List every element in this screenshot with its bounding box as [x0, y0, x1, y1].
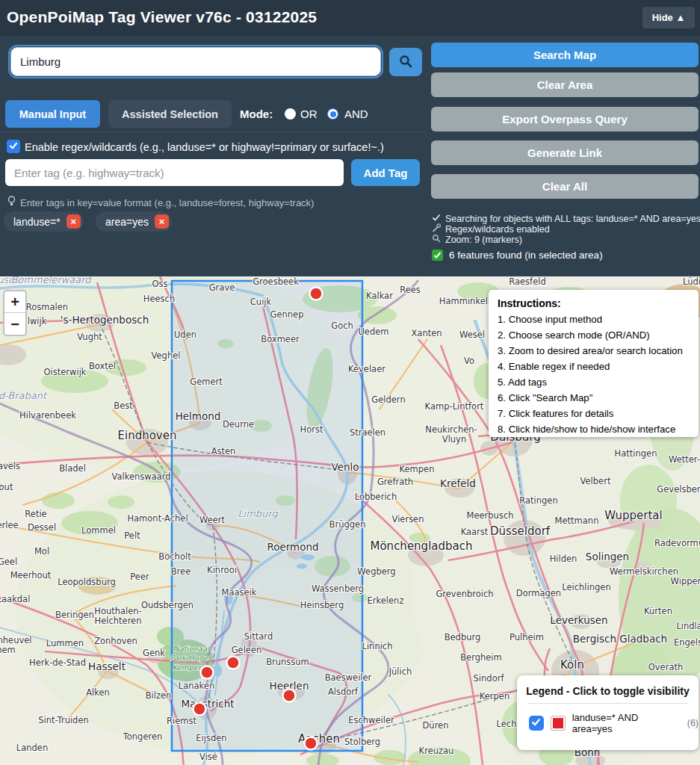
map-label: Leverkusen — [550, 614, 607, 626]
map-label: Horst — [300, 424, 323, 435]
map-label: Gemert — [190, 377, 223, 387]
map-label: Oisterwijk — [43, 367, 86, 377]
app-title: OpenPoiMap Tag Viewer v76c - 03122025 — [7, 8, 317, 26]
check-icon — [432, 213, 441, 224]
status-regex-text: Regex/wildcards enabled — [445, 224, 550, 235]
lightbulb-icon — [7, 196, 16, 209]
tag-chip-label: landuse=* — [13, 216, 61, 228]
map-label: Goch — [331, 320, 353, 331]
poi-marker[interactable] — [201, 666, 214, 679]
radio-or[interactable] — [285, 108, 296, 120]
map-label: Mol — [34, 546, 49, 557]
poi-marker[interactable] — [227, 657, 240, 669]
map-label: Vo — [464, 356, 474, 366]
map-label: Bergisch Gladbach — [573, 633, 667, 645]
map-label: Zonhoven — [94, 636, 137, 646]
map-label: Sittard — [244, 631, 273, 642]
map-label: Heesch — [143, 294, 175, 304]
map-label: Peer — [130, 572, 149, 582]
tag-input[interactable] — [5, 159, 344, 186]
map-label: Vluyn — [442, 434, 466, 445]
map-label: Nationaal — [173, 645, 210, 653]
map-label: Visé — [199, 752, 217, 762]
map-label: Uedem — [358, 326, 388, 337]
map-label: Herk-de-Stad — [29, 657, 86, 668]
map-label: Bladel — [59, 463, 86, 474]
instruction-item: 3. Zoom to desired area/or search locati… — [498, 343, 699, 359]
map-label: Wipperf — [671, 576, 700, 586]
add-tag-button[interactable]: Add Tag — [351, 159, 420, 186]
generate-link-button[interactable]: Generate Link — [431, 140, 699, 165]
map-label: Erkelenz — [368, 595, 404, 606]
map-label: Park Hoge — [170, 654, 209, 663]
search-location-button[interactable] — [389, 48, 422, 76]
instruction-item: 7. Click features for details — [498, 406, 699, 421]
instructions-box: Instructions: 1. Choose input method 2. … — [489, 290, 699, 437]
map-label: Solingen — [586, 551, 629, 563]
legend-checkbox[interactable] — [529, 716, 544, 731]
map[interactable]: eusdenBommelerwaardOssGraveGroesbeekRaes… — [0, 276, 700, 765]
legend-entry[interactable]: landuse=* AND area=yes (6) — [517, 712, 699, 734]
map-label: Linnich — [362, 641, 393, 651]
poi-marker[interactable] — [310, 288, 323, 300]
poi-marker[interactable] — [305, 737, 318, 750]
map-label: Köln — [560, 658, 584, 672]
hide-button[interactable]: Hide ▲ — [642, 7, 695, 28]
map-label: Hasselt — [88, 660, 126, 672]
map-label: Pulheim — [509, 632, 544, 642]
clear-area-button[interactable]: Clear Area — [431, 72, 699, 97]
export-overpass-query-button[interactable]: Export Overpass Query — [431, 107, 699, 131]
map-label: Rees — [400, 285, 421, 295]
legend-box: Legend - Click to toggle visibility land… — [517, 675, 699, 750]
map-label: Landen — [16, 743, 48, 753]
map-label: Velbert — [580, 476, 611, 486]
map-label: Helmond — [176, 410, 221, 422]
status-zoom: Zoom: 9 (markers) — [432, 234, 522, 245]
checkmark-icon — [9, 140, 18, 153]
poi-marker[interactable] — [283, 690, 296, 702]
map-label: Eindhoven — [118, 429, 177, 442]
map-label: Wesel — [459, 329, 485, 340]
location-search-input[interactable] — [10, 47, 381, 76]
map-label: Lech — [497, 719, 517, 729]
map-label: Maaseik — [222, 587, 257, 598]
search-map-button[interactable]: Search Map — [431, 43, 699, 67]
radio-dot — [330, 111, 336, 117]
tab-assisted-selection[interactable]: Assisted Selection — [108, 100, 232, 128]
map-label: Dessel — [28, 522, 56, 533]
header: OpenPoiMap Tag Viewer v76c - 03122025 Hi… — [0, 0, 700, 36]
map-label: Mettmann — [555, 515, 599, 526]
poi-marker[interactable] — [193, 703, 206, 716]
instruction-item: 5. Add tags — [498, 374, 699, 390]
clear-all-button[interactable]: Clear All — [431, 174, 699, 199]
map-label: Sindorf — [474, 673, 505, 684]
divider — [0, 131, 426, 132]
map-label: Oudsbergen — [141, 600, 193, 610]
checkmark-icon — [531, 716, 541, 730]
remove-tag-button[interactable] — [66, 214, 81, 229]
tab-manual-input[interactable]: Manual Input — [5, 100, 100, 128]
zoom-in-button[interactable]: + — [4, 291, 25, 313]
map-label: Meerbusch — [467, 510, 514, 521]
radio-or-label: OR — [300, 100, 318, 128]
map-label: Sint-Truiden — [38, 715, 89, 725]
map-label: Raesfeld — [509, 276, 545, 287]
map-label: Alsdorf — [328, 687, 359, 697]
regex-checkbox[interactable] — [7, 140, 20, 153]
mode-label: Mode: — [240, 100, 273, 128]
map-label: Engels — [674, 637, 700, 648]
radio-and[interactable] — [327, 108, 338, 120]
map-label: Lummen — [46, 638, 84, 648]
map-label: Lommel — [81, 525, 116, 536]
map-label: Eijsden — [196, 733, 226, 743]
regex-label: Enable regex/wildcards (e.g., landuse=* … — [25, 141, 384, 153]
instruction-item: 2. Choose search mode (OR/AND) — [498, 327, 699, 343]
map-label: Brüggen — [329, 519, 366, 530]
tag-chip: landuse=* — [4, 211, 84, 232]
map-label: Gennep — [270, 309, 304, 320]
map-label: enheuvel — [0, 635, 32, 645]
zoom-out-button[interactable]: − — [4, 313, 25, 335]
remove-tag-button[interactable] — [155, 214, 169, 229]
map-label: Düsseldorf — [490, 524, 551, 538]
divider — [527, 703, 688, 704]
